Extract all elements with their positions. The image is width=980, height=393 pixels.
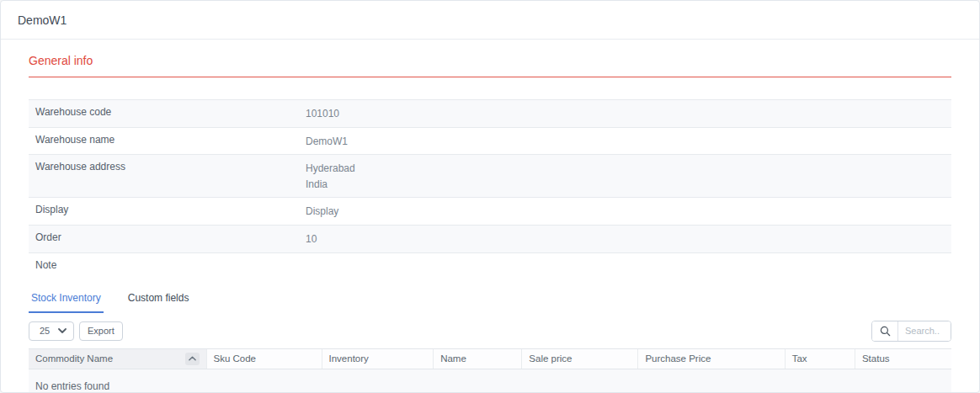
empty-state-message: No entries found	[29, 369, 951, 393]
info-label: Note	[35, 259, 306, 271]
chevron-up-icon[interactable]	[185, 353, 200, 365]
card-header: DemoW1	[1, 1, 979, 40]
info-row-order: Order 10	[29, 225, 951, 252]
info-label: Warehouse code	[35, 106, 306, 122]
info-value: Display	[306, 204, 338, 220]
info-label: Warehouse name	[35, 134, 306, 150]
tab-stock-inventory[interactable]: Stock Inventory	[29, 285, 104, 313]
page-size-select[interactable]: 25	[29, 321, 74, 341]
info-label: Warehouse address	[35, 161, 306, 192]
info-row-display: Display Display	[29, 197, 951, 225]
column-header-sku-code[interactable]: Sku Code	[207, 349, 322, 369]
general-info-heading: General info	[29, 54, 951, 77]
info-row-warehouse-address: Warehouse address Hyderabad India	[29, 154, 951, 197]
table-toolbar: 25 Export	[29, 321, 951, 342]
page-title: DemoW1	[18, 13, 67, 27]
inventory-table-header: Commodity Name Sku Code Inventory Name S…	[29, 348, 951, 369]
column-header-purchase-price[interactable]: Purchase Price	[638, 349, 785, 369]
column-header-commodity-name[interactable]: Commodity Name	[29, 349, 207, 369]
search-group	[871, 321, 951, 342]
column-header-sale-price[interactable]: Sale price	[522, 349, 638, 369]
general-info-table: Warehouse code 101010 Warehouse name Dem…	[29, 99, 951, 276]
tab-custom-fields[interactable]: Custom fields	[125, 285, 192, 313]
info-row-warehouse-name: Warehouse name DemoW1	[29, 127, 951, 155]
column-header-name[interactable]: Name	[434, 349, 522, 369]
toolbar-left: 25 Export	[29, 321, 123, 341]
column-header-status[interactable]: Status	[855, 349, 951, 369]
column-label: Commodity Name	[35, 353, 113, 364]
column-header-inventory[interactable]: Inventory	[322, 349, 434, 369]
magnifier-icon	[880, 326, 891, 337]
info-value: 10	[306, 231, 317, 247]
inventory-table: Commodity Name Sku Code Inventory Name S…	[29, 348, 951, 393]
info-value: DemoW1	[306, 134, 348, 150]
page-size-value: 25	[40, 326, 50, 336]
export-button[interactable]: Export	[79, 321, 123, 341]
tab-bar: Stock Inventory Custom fields	[29, 285, 951, 313]
info-label: Display	[35, 204, 306, 220]
card-body: General info Warehouse code 101010 Wareh…	[1, 54, 979, 393]
info-row-warehouse-code: Warehouse code 101010	[29, 99, 951, 127]
chevron-down-icon	[58, 328, 67, 333]
info-value: Hyderabad India	[306, 161, 355, 192]
warehouse-detail-card: DemoW1 General info Warehouse code 10101…	[0, 0, 980, 393]
column-header-tax[interactable]: Tax	[786, 349, 855, 369]
search-button[interactable]	[872, 321, 898, 341]
info-value: 101010	[306, 106, 339, 122]
info-row-note: Note	[29, 252, 951, 276]
search-input[interactable]	[898, 321, 951, 341]
info-label: Order	[35, 231, 306, 247]
